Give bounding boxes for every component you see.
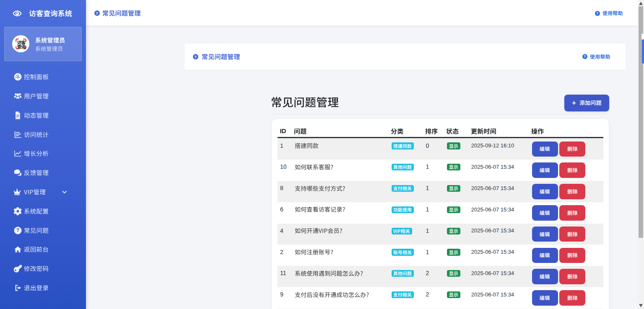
svg-text:?: ? [16,227,19,233]
